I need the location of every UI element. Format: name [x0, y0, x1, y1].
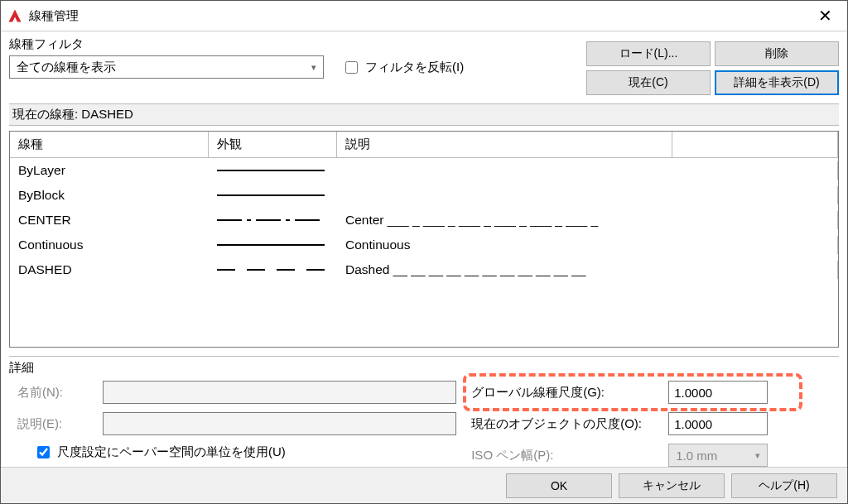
linetype-table: 線種 外観 説明 ByLayer ByBlock CENTER — [9, 131, 839, 348]
global-scale-input[interactable] — [668, 381, 768, 404]
chevron-down-icon: ▾ — [311, 62, 316, 73]
object-scale-row: 現在のオブジェクトの尺度(O): — [471, 412, 831, 435]
name-label: 名前(N): — [17, 385, 96, 401]
iso-pen-value: 1.0 mm — [676, 449, 717, 463]
row-description — [337, 186, 838, 204]
hide-details-button[interactable]: 詳細を非表示(D) — [715, 70, 839, 95]
iso-pen-dropdown: 1.0 mm ▾ — [668, 444, 768, 467]
paperspace-scale-checkbox[interactable]: 尺度設定にペーパー空間の単位を使用(U) — [34, 444, 456, 461]
invert-filter-label: フィルタを反転(I) — [365, 60, 464, 75]
iso-pen-row: ISO ペン幅(P): 1.0 mm ▾ — [471, 444, 831, 467]
pattern-solid-icon — [217, 170, 325, 171]
filter-dropdown-value: 全ての線種を表示 — [17, 60, 116, 75]
table-body: ByLayer ByBlock CENTER Cent — [10, 158, 838, 282]
row-name: DASHED — [10, 261, 209, 279]
pattern-solid-icon — [217, 194, 325, 196]
paperspace-scale-label: 尺度設定にペーパー空間の単位を使用(U) — [57, 444, 286, 460]
dialog-body: 線種フィルタ 全ての線種を表示 ▾ フィルタを反転(I) ロード(L)... 削… — [1, 31, 847, 467]
description-field-row: 説明(E): — [17, 412, 456, 435]
row-description: Continuous — [337, 236, 838, 254]
description-label: 説明(E): — [17, 416, 96, 432]
table-row[interactable]: Continuous Continuous — [10, 233, 838, 257]
current-linetype-bar: 現在の線種: DASHED — [9, 103, 839, 126]
row-name: CENTER — [10, 211, 209, 229]
name-field-row: 名前(N): — [17, 381, 456, 404]
cancel-button[interactable]: キャンセル — [619, 473, 725, 498]
row-description: Dashed __ __ __ __ __ __ __ __ __ __ __ — [337, 261, 838, 279]
row-description — [337, 161, 838, 180]
pattern-center-icon — [217, 219, 325, 221]
dialog-footer: OK キャンセル ヘルプ(H) — [1, 467, 847, 503]
autocad-logo-icon — [7, 8, 22, 23]
table-header: 線種 外観 説明 — [10, 132, 838, 158]
row-appearance — [209, 236, 337, 254]
current-linetype-prefix: 現在の線種: — [12, 107, 78, 121]
table-row[interactable]: ByLayer — [10, 158, 838, 183]
filter-dropdown[interactable]: 全ての線種を表示 ▾ — [9, 55, 324, 79]
col-header-appearance[interactable]: 外観 — [209, 132, 337, 157]
table-row[interactable]: ByBlock — [10, 183, 838, 208]
global-scale-label: グローバル線種尺度(G): — [471, 385, 662, 401]
name-input[interactable] — [103, 381, 456, 404]
table-row[interactable]: CENTER Center ___ _ ___ _ ___ _ ___ _ __… — [10, 208, 838, 233]
linetype-manager-dialog: 線種管理 ✕ 線種フィルタ 全ての線種を表示 ▾ フィルタを反転(I) — [0, 0, 848, 504]
global-scale-row: グローバル線種尺度(G): — [471, 381, 831, 404]
current-linetype-value: DASHED — [81, 107, 133, 121]
iso-pen-label: ISO ペン幅(P): — [471, 448, 662, 463]
object-scale-input[interactable] — [668, 412, 768, 435]
row-name: ByLayer — [10, 161, 209, 180]
invert-filter-input[interactable] — [345, 61, 358, 74]
top-row: 線種フィルタ 全ての線種を表示 ▾ フィルタを反転(I) ロード(L)... 削… — [9, 36, 839, 95]
col-header-description[interactable]: 説明 — [337, 132, 672, 157]
invert-filter-checkbox[interactable]: フィルタを反転(I) — [342, 59, 464, 76]
row-description: Center ___ _ ___ _ ___ _ ___ _ ___ _ ___… — [337, 211, 838, 229]
col-header-spacer — [672, 132, 838, 157]
pattern-dashed-icon — [217, 269, 325, 271]
ok-button[interactable]: OK — [506, 473, 612, 498]
paperspace-scale-input[interactable] — [37, 446, 50, 458]
top-button-grid: ロード(L)... 削除 現在(C) 詳細を非表示(D) — [586, 41, 839, 95]
table-row[interactable]: DASHED Dashed __ __ __ __ __ __ __ __ __… — [10, 257, 838, 282]
row-appearance — [209, 211, 337, 229]
details-group-label: 詳細 — [9, 360, 839, 376]
filter-group-label: 線種フィルタ — [9, 36, 580, 52]
help-button[interactable]: ヘルプ(H) — [731, 473, 837, 498]
row-appearance — [209, 161, 337, 180]
pattern-solid-icon — [217, 244, 325, 246]
details-group: 詳細 名前(N): 説明(E): 尺度設定にペーパー空間の単位を使用(U) — [9, 356, 839, 467]
load-button[interactable]: ロード(L)... — [586, 41, 711, 66]
row-name: Continuous — [10, 236, 209, 254]
object-scale-label: 現在のオブジェクトの尺度(O): — [471, 416, 662, 432]
set-current-button[interactable]: 現在(C) — [586, 70, 711, 95]
row-name: ByBlock — [10, 186, 209, 204]
col-header-name[interactable]: 線種 — [10, 132, 209, 157]
row-appearance — [209, 261, 337, 279]
filter-group: 線種フィルタ 全ての線種を表示 ▾ フィルタを反転(I) — [9, 36, 580, 79]
titlebar: 線種管理 ✕ — [1, 1, 847, 31]
chevron-down-icon: ▾ — [755, 450, 760, 461]
description-input[interactable] — [103, 412, 456, 435]
row-appearance — [209, 186, 337, 204]
window-title: 線種管理 — [29, 8, 810, 24]
close-icon[interactable]: ✕ — [810, 6, 841, 26]
delete-button[interactable]: 削除 — [715, 41, 839, 66]
